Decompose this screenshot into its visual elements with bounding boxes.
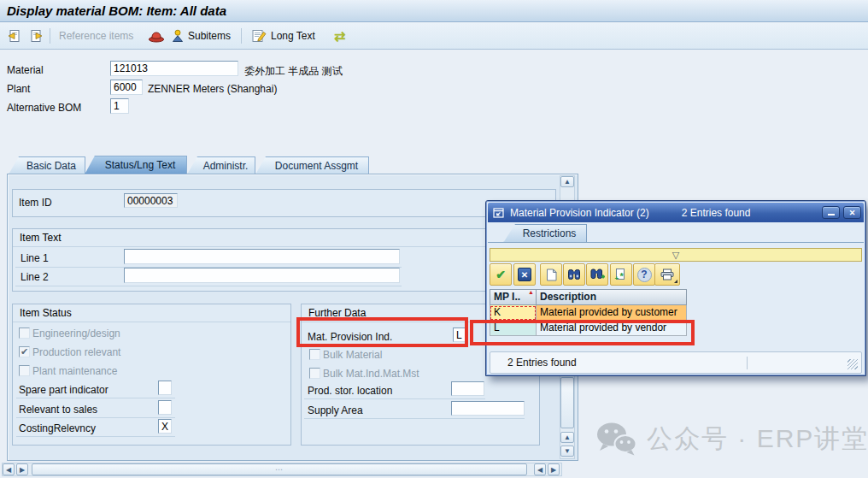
scroll-left-button[interactable]: ◀ bbox=[3, 463, 15, 475]
swap-icon: ⇄ bbox=[334, 28, 345, 44]
production-relevant-checkbox[interactable]: ✔ bbox=[19, 346, 30, 357]
engineering-design-checkbox[interactable] bbox=[19, 328, 30, 339]
dropdown-corner-icon bbox=[674, 280, 677, 283]
print-button[interactable] bbox=[654, 263, 680, 286]
spare-part-indicator-field[interactable] bbox=[158, 381, 172, 395]
supply-area-field[interactable] bbox=[451, 401, 525, 416]
column-header-description[interactable]: Description bbox=[536, 289, 687, 305]
material-description: 委外加工 半成品 测试 bbox=[244, 64, 343, 79]
find-button[interactable] bbox=[563, 263, 585, 286]
swap-display-button[interactable]: ⇄ bbox=[331, 26, 348, 46]
up-arrow-icon: ▲ bbox=[564, 178, 571, 186]
material-field[interactable] bbox=[110, 61, 238, 76]
bulk-material-label: Bulk Material bbox=[323, 349, 382, 361]
tab-document-assgmt[interactable]: Document Assgmt bbox=[255, 156, 369, 174]
divider bbox=[488, 242, 864, 243]
scroll-right-button-right[interactable]: ▶ bbox=[548, 463, 560, 475]
dialog-title-suffix: 2 Entries found bbox=[682, 207, 751, 219]
red-hat-button[interactable] bbox=[145, 26, 167, 46]
line2-field[interactable] bbox=[124, 268, 400, 283]
binoculars-plus-icon bbox=[590, 269, 605, 281]
window-titlebar: Display material BOM: Item: All data bbox=[0, 0, 868, 22]
svg-text:*: * bbox=[620, 271, 625, 281]
horizontal-scrollbar-thumb[interactable]: ⋯ bbox=[32, 463, 527, 475]
item-id-box bbox=[12, 189, 556, 217]
tab-restrictions[interactable]: Restrictions bbox=[503, 224, 587, 243]
cancel-icon: ✕ bbox=[518, 268, 531, 281]
red-hat-icon bbox=[148, 30, 165, 43]
scroll-right-button[interactable]: ▶ bbox=[16, 463, 28, 475]
bulk-mat-ind-label: Bulk Mat.Ind.Mat.Mst bbox=[323, 368, 419, 380]
line1-field[interactable] bbox=[124, 249, 400, 264]
close-icon: ✕ bbox=[849, 209, 856, 217]
find-next-button[interactable] bbox=[586, 263, 608, 286]
divider bbox=[15, 286, 402, 286]
tab-administr[interactable]: Administr. bbox=[187, 156, 255, 174]
highlight-box-mat-provision bbox=[296, 317, 468, 347]
long-text-button[interactable]: Long Text bbox=[249, 26, 318, 46]
tab-status-lng-text[interactable]: Status/Lng Text bbox=[85, 156, 187, 174]
down-arrow-icon: ▼ bbox=[564, 447, 571, 455]
grip-dots: ⋯ bbox=[275, 465, 284, 474]
table-row-k-description-cell[interactable]: Material provided by customer bbox=[536, 305, 687, 321]
help-button[interactable]: ? bbox=[633, 263, 655, 286]
new-page-icon bbox=[546, 269, 557, 281]
table-row-k-key-cell[interactable]: K bbox=[490, 305, 537, 321]
minimize-button[interactable] bbox=[822, 206, 840, 219]
question-icon: ? bbox=[637, 268, 652, 282]
divider bbox=[13, 246, 555, 247]
vertical-scrollbar-thumb[interactable] bbox=[560, 377, 574, 428]
filter-strip[interactable]: ▽ bbox=[490, 248, 862, 262]
resize-grip[interactable] bbox=[847, 359, 858, 369]
bulk-mat-ind-checkbox[interactable] bbox=[309, 368, 320, 379]
column-header-mpi[interactable]: MP I.. ▲ bbox=[490, 289, 537, 305]
item-id-label: Item ID bbox=[19, 197, 52, 209]
dialog-toolbar: ✔ ✕ *+ ? bbox=[490, 263, 864, 287]
page-prev-icon bbox=[6, 29, 21, 43]
sort-ascending-icon: ▲ bbox=[528, 289, 534, 295]
costing-relevancy-field[interactable] bbox=[158, 419, 172, 434]
divider bbox=[304, 398, 485, 399]
spare-part-indicator-label: Spare part indicator bbox=[19, 384, 108, 396]
plant-field[interactable] bbox=[110, 80, 143, 95]
previous-item-button[interactable] bbox=[3, 26, 24, 46]
entries-found-text: 2 Entries found bbox=[507, 357, 577, 369]
reference-items-button[interactable]: Reference items bbox=[56, 26, 136, 46]
subitems-button[interactable]: Subitems bbox=[168, 26, 233, 46]
line2-label: Line 2 bbox=[21, 271, 49, 283]
item-id-field[interactable] bbox=[124, 193, 178, 208]
dialog-title: Material Provision Indicator (2) bbox=[510, 207, 649, 219]
left-arrow-icon: ◀ bbox=[6, 466, 11, 474]
tab-basic-data[interactable]: Basic Data bbox=[9, 156, 85, 174]
bulk-material-checkbox[interactable] bbox=[309, 349, 320, 360]
accept-button[interactable]: ✔ bbox=[490, 263, 512, 286]
plant-maintenance-checkbox[interactable] bbox=[19, 365, 30, 376]
divider bbox=[16, 436, 175, 437]
dialog-titlebar[interactable]: Material Provision Indicator (2) 2 Entri… bbox=[488, 203, 864, 222]
scroll-left-button-right[interactable]: ◀ bbox=[534, 463, 546, 475]
supply-area-label: Supply Area bbox=[308, 404, 363, 416]
toolbar-separator bbox=[50, 28, 50, 44]
scroll-down-button[interactable]: ▼ bbox=[560, 446, 574, 457]
cancel-button[interactable]: ✕ bbox=[513, 263, 536, 286]
insert-in-personal-list-button[interactable]: *+ bbox=[610, 263, 632, 286]
prod-stor-location-field[interactable] bbox=[451, 381, 484, 396]
next-item-button[interactable] bbox=[26, 26, 47, 46]
divider bbox=[16, 398, 175, 398]
insert-star-icon: *+ bbox=[614, 268, 628, 281]
plant-maintenance-label: Plant maintenance bbox=[32, 365, 117, 377]
close-button[interactable]: ✕ bbox=[843, 206, 861, 219]
long-text-icon bbox=[251, 29, 267, 43]
alternative-bom-field[interactable] bbox=[110, 98, 129, 114]
production-relevant-label: Production relevant bbox=[32, 346, 120, 358]
watermark-text: 公众号 · ERP讲堂 bbox=[647, 422, 868, 457]
printer-icon bbox=[660, 269, 674, 280]
relevant-to-sales-field[interactable] bbox=[158, 400, 172, 415]
scroll-up-button[interactable]: ▲ bbox=[560, 176, 574, 187]
divider bbox=[13, 322, 290, 322]
long-text-label: Long Text bbox=[271, 30, 315, 42]
toolbar-separator bbox=[241, 28, 242, 44]
divider bbox=[16, 417, 175, 418]
scroll-up-button-bottom[interactable]: ▲ bbox=[560, 432, 574, 443]
new-selection-button[interactable] bbox=[540, 263, 562, 286]
